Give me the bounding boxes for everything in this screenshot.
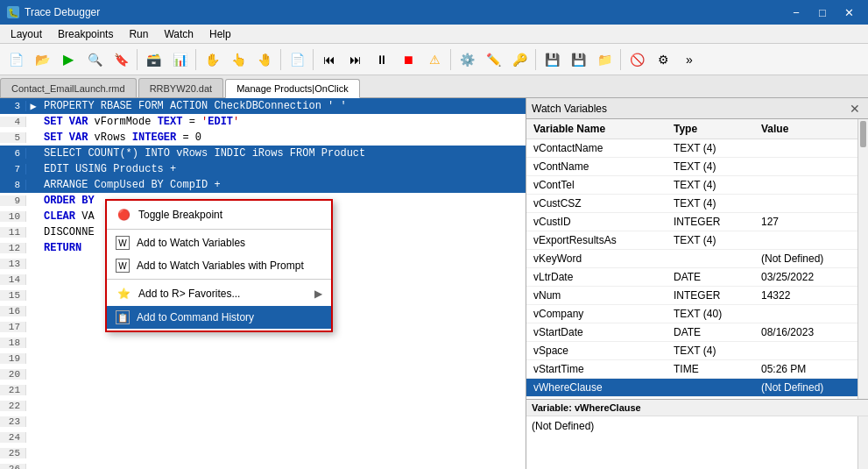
line-content — [40, 258, 50, 270]
code-line-8[interactable]: 8 ARRANGE CompUsed BY CompID + — [0, 177, 526, 193]
watch-cell-type — [670, 380, 758, 395]
code-line-23[interactable]: 23 — [0, 414, 526, 430]
toolbar-folder[interactable]: 📁 — [592, 47, 617, 72]
toolbar-key[interactable]: 🔑 — [507, 47, 532, 72]
toolbar-sep3 — [280, 49, 281, 70]
line-content: SELECT COUNT(*) INTO vRows INDIC iRows F… — [40, 147, 365, 160]
watch-row[interactable]: vContNameTEXT (4) — [526, 158, 857, 176]
watch-cell-type: TEXT (4) — [670, 140, 758, 156]
watch-row[interactable]: vKeyWord(Not Defined) — [526, 250, 857, 268]
toolbar-break[interactable]: ⏸ — [370, 47, 394, 72]
watch-row[interactable]: vCompanyTEXT (40) — [526, 305, 857, 323]
ctx-toggle-breakpoint[interactable]: 🔴 Toggle Breakpoint — [107, 203, 331, 227]
ctx-add-command-history[interactable]: 📋 Add to Command History — [107, 306, 331, 329]
watch-row[interactable]: vContTelTEXT (4) — [526, 176, 857, 195]
maximize-button[interactable]: □ — [810, 0, 835, 25]
watch-cell-value: 14322 — [758, 288, 854, 303]
line-number: 20 — [0, 369, 26, 380]
watch-row[interactable]: vContactNameTEXT (4) — [526, 139, 857, 158]
code-line-25[interactable]: 25 — [0, 445, 526, 461]
watch-close-button[interactable]: ✕ — [847, 101, 863, 117]
watch-cell-value: 08/16/2023 — [758, 324, 854, 340]
watch-bottom-scrollbar[interactable] — [857, 416, 868, 469]
menu-watch[interactable]: Watch — [157, 26, 201, 42]
toolbar-error[interactable]: 🚫 — [625, 47, 649, 72]
watch-row[interactable]: vNumINTEGER14322 — [526, 287, 857, 305]
code-line-24[interactable]: 24 — [0, 430, 526, 445]
line-content — [40, 274, 50, 286]
code-line-19[interactable]: 19 — [0, 351, 526, 366]
toolbar-step-fwd[interactable]: ⏭ — [343, 47, 368, 72]
line-number: 3 — [0, 101, 26, 111]
watch-row[interactable]: vCustIDINTEGER127 — [526, 213, 857, 231]
toolbar-grab[interactable]: 🤚 — [252, 47, 277, 72]
code-line-3[interactable]: 3▶PROPERTY RBASE FORM ACTION CheckDBConn… — [0, 98, 526, 114]
watch-rows: vContactNameTEXT (4)vContNameTEXT (4)vCo… — [526, 139, 857, 397]
toolbar-settings[interactable]: ⚙️ — [455, 47, 479, 72]
code-pane[interactable]: 3▶PROPERTY RBASE FORM ACTION CheckDBConn… — [0, 98, 526, 469]
toolbar-step-back[interactable]: ⏮ — [317, 47, 342, 72]
watch-cell-value: (Not Defined) — [758, 380, 854, 395]
toolbar-bookmark[interactable]: 🔖 — [109, 47, 133, 72]
toolbar-pencil[interactable]: ✏️ — [481, 47, 505, 72]
main-content: 3▶PROPERTY RBASE FORM ACTION CheckDBConn… — [0, 98, 868, 469]
toolbar-new[interactable]: 📄 — [4, 47, 28, 72]
code-line-26[interactable]: 26 — [0, 461, 526, 469]
code-line-6[interactable]: 6 SELECT COUNT(*) INTO vRows INDIC iRows… — [0, 146, 526, 161]
watch-row[interactable]: vSpaceTEXT (4) — [526, 342, 857, 360]
toolbar-more[interactable]: » — [677, 47, 702, 72]
toolbar-run[interactable]: ▶ — [56, 47, 81, 72]
ctx-add-watch-prompt[interactable]: W Add to Watch Variables with Prompt — [107, 254, 331, 277]
toolbar-save-all[interactable]: 💾 — [566, 47, 590, 72]
tab-rrbyw20[interactable]: RRBYW20.dat — [138, 78, 224, 97]
ctx-add-watch[interactable]: W Add to Watch Variables — [107, 231, 331, 254]
menu-run[interactable]: Run — [122, 26, 155, 42]
ctx-add-favorites[interactable]: ⭐ Add to R> Favorites... ▶ — [107, 281, 331, 306]
tab-manage-products[interactable]: Manage Products|OnClick — [225, 79, 360, 98]
watch-cell-type: INTEGER — [670, 214, 758, 230]
watch-row[interactable]: vWhereClause(Not Defined) — [526, 379, 857, 397]
ctx-add-favorites-label: Add to R> Favorites... — [138, 288, 240, 300]
watch-row[interactable]: vStartTimeTIME05:26 PM — [526, 360, 857, 379]
line-number: 5 — [0, 132, 26, 143]
watch-var-label: Variable: vWhereClause — [526, 400, 868, 416]
code-line-21[interactable]: 21 — [0, 382, 526, 398]
toolbar-save[interactable]: 💾 — [540, 47, 564, 72]
toolbar-stop[interactable]: ⏹ — [396, 47, 420, 72]
watch-scrollbar[interactable] — [857, 119, 868, 399]
toolbar-hand[interactable]: ✋ — [200, 47, 224, 72]
toolbar-warn[interactable]: ⚠ — [422, 47, 447, 72]
app-title: Trace Debugger — [25, 6, 100, 18]
watch-cell-value: 05:26 PM — [758, 361, 854, 377]
line-number: 17 — [0, 322, 26, 332]
code-line-7[interactable]: 7 EDIT USING Products + — [0, 161, 526, 177]
menu-breakpoints[interactable]: Breakpoints — [51, 26, 120, 42]
toolbar-gear[interactable]: ⚙ — [651, 47, 675, 72]
toolbar-sep1 — [137, 49, 138, 70]
watch-row[interactable]: vStartDateDATE08/16/2023 — [526, 323, 857, 342]
menu-help[interactable]: Help — [202, 26, 238, 42]
close-button[interactable]: ✕ — [836, 0, 861, 25]
toolbar-doc1[interactable]: 📄 — [285, 47, 309, 72]
code-line-5[interactable]: 5 SET VAR vRows INTEGER = 0 — [0, 130, 526, 146]
line-number: 10 — [0, 211, 26, 222]
watch-row[interactable]: vExportResultsAsTEXT (4) — [526, 231, 857, 250]
menu-layout[interactable]: Layout — [4, 26, 49, 42]
watch-cell-name: vLtrDate — [530, 269, 670, 285]
code-line-4[interactable]: 4 SET VAR vFormMode TEXT = 'EDIT' — [0, 114, 526, 130]
toolbar-search[interactable]: 🔍 — [82, 47, 107, 72]
toolbar-table[interactable]: 📊 — [167, 47, 192, 72]
watch-body: Variable Name Type Value vContactNameTEX… — [526, 119, 868, 399]
toolbar-open[interactable]: 📂 — [30, 47, 54, 72]
watch-row[interactable]: vCustCSZTEXT (4) — [526, 195, 857, 213]
toolbar-pointer[interactable]: 👆 — [226, 47, 251, 72]
watch-row[interactable]: vLtrDateDATE03/25/2022 — [526, 268, 857, 287]
code-line-18[interactable]: 18 — [0, 335, 526, 351]
code-line-22[interactable]: 22 — [0, 398, 526, 414]
toolbar-database[interactable]: 🗃️ — [141, 47, 166, 72]
minimize-button[interactable]: − — [784, 0, 808, 25]
watch-cell-name: vCustID — [530, 214, 670, 230]
tab-contact-email[interactable]: Contact_EmailLaunch.rmd — [0, 78, 137, 97]
toolbar-sep7 — [620, 49, 621, 70]
code-line-20[interactable]: 20 — [0, 366, 526, 382]
